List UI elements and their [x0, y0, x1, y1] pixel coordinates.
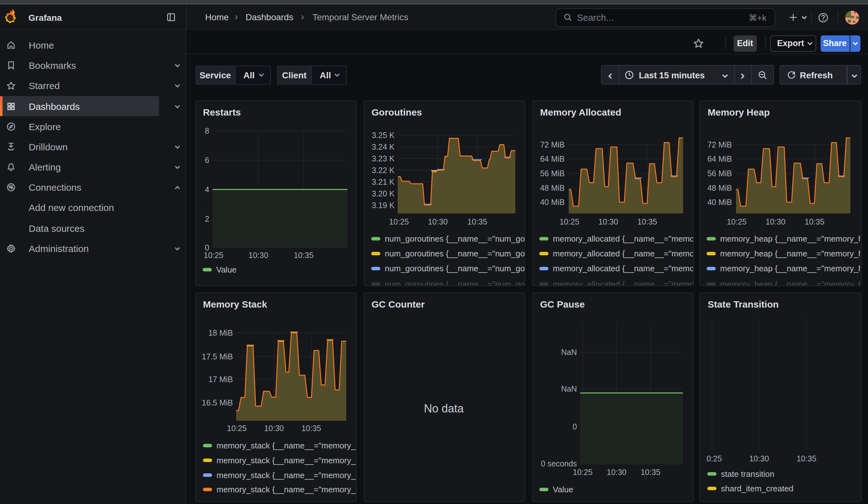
svg-text:num_goroutines {__name__="num_: num_goroutines {__name__="num_go	[384, 279, 525, 286]
svg-text:10:30: 10:30	[598, 217, 618, 226]
svg-text:3.23 K: 3.23 K	[372, 154, 394, 163]
svg-text:10:25: 10:25	[389, 217, 409, 226]
svg-text:48 MiB: 48 MiB	[707, 183, 732, 192]
svg-text:memory_stack {__name__="memory: memory_stack {__name__="memory_s	[216, 470, 356, 480]
svg-text:10:30: 10:30	[606, 467, 626, 476]
svg-text:num_goroutines {__name__="num_: num_goroutines {__name__="num_go	[384, 248, 525, 258]
svg-text:Value: Value	[553, 484, 573, 494]
svg-text:10:35: 10:35	[293, 250, 313, 259]
svg-text:17.5 MiB: 17.5 MiB	[202, 352, 232, 361]
svg-text:3.22 K: 3.22 K	[372, 165, 394, 174]
svg-text:72 MiB: 72 MiB	[540, 140, 564, 149]
svg-text:10:25: 10:25	[705, 454, 722, 463]
svg-text:NaN: NaN	[561, 347, 577, 356]
svg-text:40 MiB: 40 MiB	[540, 197, 564, 206]
svg-text:0 seconds: 0 seconds	[541, 459, 577, 468]
svg-text:state transition: state transition	[721, 469, 774, 479]
svg-text:10:25: 10:25	[727, 217, 747, 226]
svg-text:8: 8	[205, 126, 209, 135]
svg-text:16.5 MiB: 16.5 MiB	[202, 398, 232, 407]
svg-text:3.21 K: 3.21 K	[372, 177, 394, 186]
svg-text:shard_item_created: shard_item_created	[721, 483, 793, 493]
svg-text:10:35: 10:35	[637, 217, 657, 226]
svg-text:6: 6	[205, 155, 209, 164]
svg-text:72 MiB: 72 MiB	[707, 140, 732, 149]
svg-text:10:25: 10:25	[559, 217, 579, 226]
svg-text:18 MiB: 18 MiB	[208, 328, 232, 337]
svg-text:4: 4	[205, 185, 209, 194]
svg-text:memory_allocated {__name__="me: memory_allocated {__name__="memo	[553, 234, 693, 243]
svg-text:3.20 K: 3.20 K	[372, 189, 394, 198]
svg-text:3.19 K: 3.19 K	[372, 200, 394, 209]
svg-text:10:35: 10:35	[301, 423, 321, 432]
svg-text:10:35: 10:35	[796, 454, 816, 463]
svg-text:NaN: NaN	[561, 384, 577, 393]
svg-text:memory_heap {__name__="memory_: memory_heap {__name__="memory_h	[720, 234, 860, 243]
svg-text:40 MiB: 40 MiB	[707, 197, 732, 206]
svg-text:64 MiB: 64 MiB	[540, 154, 564, 163]
svg-text:memory_heap {__name__="memory_: memory_heap {__name__="memory_h	[720, 279, 860, 286]
svg-text:10:25: 10:25	[203, 250, 223, 259]
svg-text:64 MiB: 64 MiB	[707, 154, 732, 163]
svg-text:10:30: 10:30	[428, 217, 447, 226]
svg-text:10:30: 10:30	[766, 217, 786, 226]
svg-text:10:35: 10:35	[805, 217, 825, 226]
svg-text:10:25: 10:25	[227, 423, 247, 432]
svg-text:10:35: 10:35	[640, 467, 660, 476]
svg-text:10:30: 10:30	[264, 423, 284, 432]
svg-text:Value: Value	[216, 265, 236, 274]
svg-text:num_goroutines {__name__="num_: num_goroutines {__name__="num_go	[384, 263, 525, 273]
svg-text:10:30: 10:30	[749, 454, 769, 463]
svg-text:num_goroutines {__name__="num_: num_goroutines {__name__="num_go	[384, 234, 525, 243]
svg-text:48 MiB: 48 MiB	[540, 183, 564, 192]
svg-text:2: 2	[205, 214, 209, 223]
svg-text:56 MiB: 56 MiB	[707, 169, 732, 177]
svg-text:3.25 K: 3.25 K	[372, 131, 394, 139]
svg-text:3.24 K: 3.24 K	[372, 142, 394, 151]
svg-text:0: 0	[572, 422, 577, 431]
svg-text:10:35: 10:35	[467, 217, 487, 226]
svg-text:memory_stack {__name__="memory: memory_stack {__name__="memory_s	[216, 455, 356, 465]
svg-text:56 MiB: 56 MiB	[540, 169, 564, 177]
svg-text:memory_allocated {__name__="me: memory_allocated {__name__="memo	[553, 263, 693, 273]
svg-text:memory_stack {__name__="memory: memory_stack {__name__="memory_s	[216, 484, 356, 494]
svg-text:memory_heap {__name__="memory_: memory_heap {__name__="memory_h	[720, 263, 860, 273]
svg-text:memory_allocated {__name__="me: memory_allocated {__name__="memo	[553, 248, 693, 258]
svg-text:memory_allocated {__name__="me: memory_allocated {__name__="memo	[553, 279, 693, 286]
svg-text:memory_stack {__name__="memory: memory_stack {__name__="memory_s	[216, 441, 356, 450]
svg-text:17 MiB: 17 MiB	[208, 374, 232, 383]
svg-text:memory_heap {__name__="memory_: memory_heap {__name__="memory_h	[720, 248, 860, 258]
svg-text:10:25: 10:25	[572, 467, 592, 476]
svg-text:10:30: 10:30	[248, 250, 268, 259]
